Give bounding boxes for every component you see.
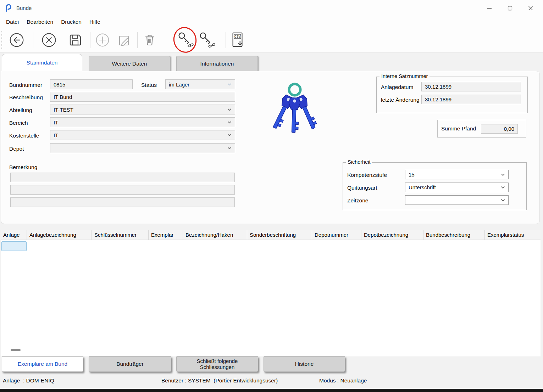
tab-bundtraeger[interactable]: Bundträger — [89, 356, 171, 372]
status-modus: Modus : Neuanlage — [319, 377, 367, 384]
assign-key-button[interactable] — [176, 30, 194, 50]
kompetenzstufe-select[interactable]: 15 — [405, 170, 509, 179]
bereich-select[interactable]: IT — [50, 117, 235, 127]
trash-icon — [141, 32, 158, 49]
keys-illustration — [266, 80, 323, 138]
chevron-down-icon — [227, 134, 232, 136]
bemerkung-field-3[interactable] — [10, 197, 235, 207]
table-column-header[interactable]: Exemplarstatus — [485, 230, 541, 240]
interne-satznummer-title: Interne Satznummer — [379, 73, 430, 79]
abteilung-label: Abteilung — [9, 107, 32, 113]
quittungsart-label: Quittungsart — [347, 185, 377, 191]
kompetenzstufe-value: 15 — [409, 172, 415, 178]
tab-weitere-daten[interactable]: Weitere Daten — [89, 56, 170, 71]
toolbar-separator — [137, 32, 138, 48]
anlagedatum-value: 30.12.1899 — [425, 84, 451, 90]
beschreibung-label: Beschreibung — [9, 94, 43, 101]
zeitzone-select[interactable] — [405, 195, 509, 205]
anlagedatum-label: Anlagedatum — [381, 84, 413, 90]
toolbar: CSV — [0, 28, 543, 52]
table-column-header[interactable]: Anlagebezeichnung — [27, 230, 92, 240]
tab-historie[interactable]: Historie — [264, 356, 345, 372]
minimize-button[interactable] — [479, 0, 500, 16]
csv-export-icon: CSV — [230, 31, 246, 49]
maximize-button[interactable] — [500, 0, 520, 16]
kostenstelle-label: Kostenstelle — [9, 133, 39, 139]
menu-bearbeiten[interactable]: Bearbeiten — [23, 17, 57, 27]
depot-label: Depot — [9, 146, 24, 152]
status-value: im Lager — [169, 82, 189, 88]
sicherheit-group: Sicherheit Kompetenzstufe 15 Quittungsar… — [343, 162, 527, 210]
tab-stammdaten[interactable]: Stammdaten — [2, 54, 82, 71]
tab-label: Weitere Daten — [112, 61, 147, 67]
quittungsart-select[interactable]: Unterschrift — [405, 183, 509, 192]
edit-button[interactable] — [115, 30, 134, 50]
toolbar-separator — [226, 32, 226, 48]
bemerkung-field-1[interactable] — [10, 173, 235, 182]
tab-schliesst-folgende-schliessungen[interactable]: Schließt folgende Schliessungen — [176, 356, 258, 372]
tab-label: Exemplare am Bund — [18, 361, 67, 367]
tab-label: Informationen — [200, 61, 234, 67]
selected-empty-cell[interactable] — [1, 241, 27, 251]
zeitzone-label: Zeitzone — [347, 197, 368, 204]
table-column-header[interactable]: Depotnummer — [312, 230, 361, 240]
maximize-icon — [508, 6, 512, 11]
bundnummer-value: 0815 — [54, 82, 65, 88]
summe-pfand-label: Summe Pfand — [441, 125, 476, 132]
table-column-header[interactable]: Exemplar — [149, 230, 183, 240]
unassign-key-button[interactable] — [197, 30, 216, 50]
anlagedatum-field[interactable]: 30.12.1899 — [421, 82, 521, 91]
window-bottom-edge — [0, 389, 543, 392]
depot-select[interactable] — [50, 143, 235, 153]
save-button[interactable] — [66, 30, 84, 50]
unassign-key-icon — [198, 31, 215, 49]
add-button[interactable] — [93, 30, 112, 50]
back-button[interactable] — [7, 30, 26, 50]
bundnummer-field[interactable]: 0815 — [50, 79, 133, 89]
summe-pfand-box: Summe Pfand 0,00 — [437, 120, 526, 138]
app-logo-icon — [4, 4, 13, 12]
table-column-header[interactable]: Anlage — [1, 230, 27, 240]
summe-pfand-field[interactable]: 0,00 — [481, 124, 518, 134]
menu-drucken[interactable]: Drucken — [57, 17, 85, 27]
cancel-button[interactable] — [40, 30, 58, 50]
beschreibung-value: IT Bund — [54, 94, 72, 100]
table-column-header[interactable]: Bezeichnung/Haken — [183, 230, 247, 240]
menu-bar: Datei Bearbeiten Drucken Hilfe — [0, 16, 543, 28]
horizontal-scrollbar-thumb[interactable] — [11, 349, 21, 351]
kostenstelle-select[interactable]: IT — [50, 130, 235, 140]
close-button[interactable] — [520, 0, 541, 16]
chevron-down-icon — [227, 121, 232, 124]
assign-key-icon — [176, 31, 194, 49]
status-anlage: Anlage : DOM-ENIQ — [3, 377, 54, 384]
menu-hilfe[interactable]: Hilfe — [85, 17, 104, 27]
letzte-aenderung-value: 30.12.1899 — [425, 96, 451, 102]
app-window: Bunde Datei Bearbeiten Drucken Hilfe — [0, 0, 543, 392]
close-icon — [528, 6, 533, 11]
table-column-header[interactable]: Sonderbeschriftung — [247, 230, 312, 240]
save-icon — [67, 32, 84, 49]
tab-informationen[interactable]: Informationen — [176, 56, 258, 71]
back-icon — [8, 31, 26, 49]
status-select[interactable]: im Lager — [165, 79, 235, 89]
delete-button[interactable] — [140, 30, 159, 50]
beschreibung-field[interactable]: IT Bund — [50, 92, 235, 102]
table-column-header[interactable]: Bundbeschreibung — [423, 230, 485, 240]
kostenstelle-value: IT — [54, 132, 58, 138]
letzte-aenderung-field[interactable]: 30.12.1899 — [421, 95, 521, 104]
status-label: Status — [141, 82, 157, 88]
quittungsart-value: Unterschrift — [409, 184, 436, 190]
csv-export-button[interactable]: CSV — [229, 30, 247, 50]
menu-datei[interactable]: Datei — [2, 17, 23, 27]
bemerkung-label: Bemerkung — [9, 164, 37, 170]
tab-exemplare-am-bund[interactable]: Exemplare am Bund — [2, 356, 83, 372]
chevron-down-icon — [501, 173, 505, 176]
abteilung-value: IT-TEST — [54, 107, 73, 113]
tab-label: Historie — [295, 361, 314, 367]
bemerkung-field-2[interactable] — [10, 185, 235, 195]
letzte-aenderung-label: letzte Änderung — [381, 97, 420, 103]
abteilung-select[interactable]: IT-TEST — [50, 105, 235, 114]
sicherheit-title: Sicherheit — [346, 159, 372, 165]
table-column-header[interactable]: Schlüsselnummer — [92, 230, 149, 240]
table-column-header[interactable]: Depotbezeichnung — [361, 230, 423, 240]
